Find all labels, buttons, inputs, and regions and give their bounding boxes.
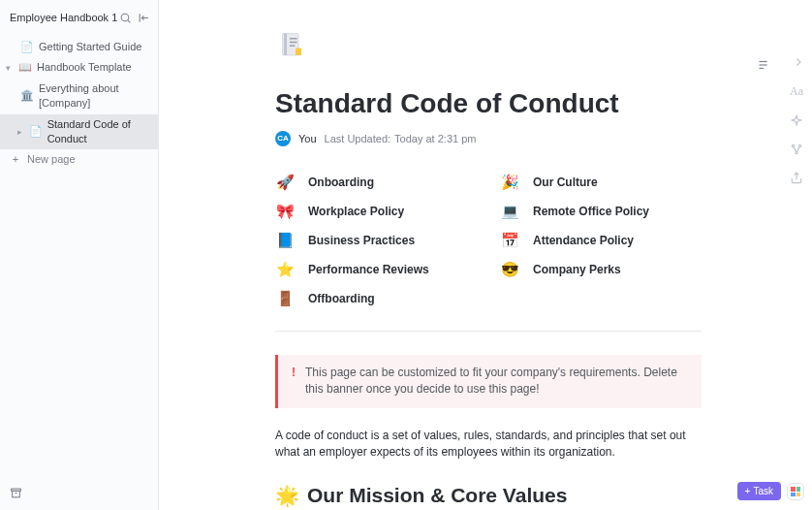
svg-rect-13 <box>290 42 297 44</box>
toc-onboarding[interactable]: 🚀Onboarding <box>275 174 477 191</box>
toggle-sidepanel-button[interactable] <box>789 54 804 70</box>
last-updated-label: Last Updated: <box>325 133 391 144</box>
toc-company-perks[interactable]: 😎Company Perks <box>500 261 702 278</box>
banner-text: This page can be customized to fit your … <box>305 365 688 398</box>
document-title[interactable]: Standard Code of Conduct <box>275 89 702 119</box>
building-icon: 🏛️ <box>21 88 33 103</box>
info-banner[interactable]: ! This page can be customized to fit you… <box>275 355 702 408</box>
right-rail: Aa <box>789 54 804 186</box>
plus-icon: + <box>745 486 751 496</box>
sidebar-footer <box>0 481 158 510</box>
toc-performance-reviews[interactable]: ⭐Performance Reviews <box>275 261 477 278</box>
toc-attendance-policy[interactable]: 📅Attendance Policy <box>500 232 702 249</box>
new-page-button[interactable]: + New page <box>0 149 158 170</box>
svg-marker-17 <box>792 115 800 124</box>
sidebar-nav: 📄 Getting Started Guide ▾ 📖 Handbook Tem… <box>0 35 158 173</box>
sidebar-item-getting-started[interactable]: 📄 Getting Started Guide <box>0 37 158 57</box>
svg-point-20 <box>796 151 797 153</box>
sidebar: Employee Handbook 1 📄 Getting Started Gu… <box>0 0 159 510</box>
sidebar-item-handbook-template[interactable]: ▾ 📖 Handbook Template <box>0 57 158 78</box>
archive-icon[interactable] <box>10 487 22 499</box>
svg-line-22 <box>797 147 799 152</box>
main-content: Standard Code of Conduct CA You Last Upd… <box>159 0 812 510</box>
svg-rect-15 <box>296 48 301 56</box>
doc-icon: 📄 <box>21 40 33 54</box>
workspace-title: Employee Handbook 1 <box>10 12 117 23</box>
svg-point-19 <box>798 144 800 146</box>
last-updated-value: Today at 2:31 pm <box>394 133 476 144</box>
book-icon: 📖 <box>19 60 31 75</box>
sidebar-header: Employee Handbook 1 <box>0 0 158 35</box>
document-cover-icon[interactable] <box>275 29 310 72</box>
toc-workplace-policy[interactable]: 🎀Workplace Policy <box>275 203 477 220</box>
svg-rect-14 <box>290 46 295 48</box>
doc-icon: 📄 <box>30 124 42 139</box>
svg-point-0 <box>121 14 129 21</box>
svg-line-21 <box>794 147 796 152</box>
collapse-sidebar-icon[interactable] <box>138 12 150 24</box>
author-avatar[interactable]: CA <box>275 131 291 146</box>
exclamation-icon: ! <box>292 365 296 398</box>
byline: CA You Last Updated: Today at 2:31 pm <box>275 131 702 146</box>
bow-icon: 🎀 <box>275 203 295 220</box>
chevron-right-icon[interactable]: ▸ <box>17 126 24 139</box>
calendar-icon: 📅 <box>500 232 519 249</box>
sidebar-item-code-of-conduct[interactable]: ▸ 📄 Standard Code of Conduct <box>0 114 158 150</box>
intro-paragraph[interactable]: A code of conduct is a set of values, ru… <box>275 428 702 462</box>
chevron-down-icon[interactable]: ▾ <box>6 62 14 75</box>
plus-icon: + <box>10 152 21 167</box>
text-settings-button[interactable]: Aa <box>789 83 804 99</box>
toc-business-practices[interactable]: 📘Business Practices <box>275 232 477 249</box>
svg-rect-5 <box>13 491 20 496</box>
rocket-icon: 🚀 <box>275 174 295 191</box>
sparkle-tool-button[interactable] <box>789 112 804 128</box>
door-icon: 🚪 <box>275 290 295 307</box>
culture-icon: 🎉 <box>500 174 519 191</box>
share-button[interactable] <box>789 171 804 186</box>
new-task-button[interactable]: + Task <box>737 482 781 500</box>
svg-rect-12 <box>290 38 297 40</box>
toc-offboarding[interactable]: 🚪Offboarding <box>275 290 477 307</box>
document: Standard Code of Conduct CA You Last Upd… <box>159 0 779 510</box>
sparkle-star-icon: 🌟 <box>275 484 299 507</box>
relations-button[interactable] <box>789 142 804 157</box>
svg-line-1 <box>128 20 130 22</box>
book-icon: 📘 <box>275 232 295 249</box>
toc-our-culture[interactable]: 🎉Our Culture <box>500 174 702 191</box>
toc-remote-office-policy[interactable]: 💻Remote Office Policy <box>500 203 702 220</box>
svg-rect-11 <box>284 34 287 56</box>
author-label: You <box>298 133 317 144</box>
apps-grid-icon <box>791 487 800 496</box>
star-icon: ⭐ <box>275 261 295 278</box>
search-icon[interactable] <box>119 12 132 24</box>
apps-button[interactable] <box>787 483 804 500</box>
table-of-contents: 🚀Onboarding 🎉Our Culture 🎀Workplace Poli… <box>275 174 702 307</box>
svg-point-18 <box>792 144 794 146</box>
laptop-icon: 💻 <box>500 203 519 220</box>
sunglasses-icon: 😎 <box>500 261 519 278</box>
toc-toggle-button[interactable] <box>756 58 769 72</box>
divider <box>275 331 702 332</box>
sidebar-item-everything-about-company[interactable]: 🏛️ Everything about [Company] <box>0 79 158 114</box>
heading-mission-core-values[interactable]: 🌟 Our Mission & Core Values <box>275 484 702 507</box>
